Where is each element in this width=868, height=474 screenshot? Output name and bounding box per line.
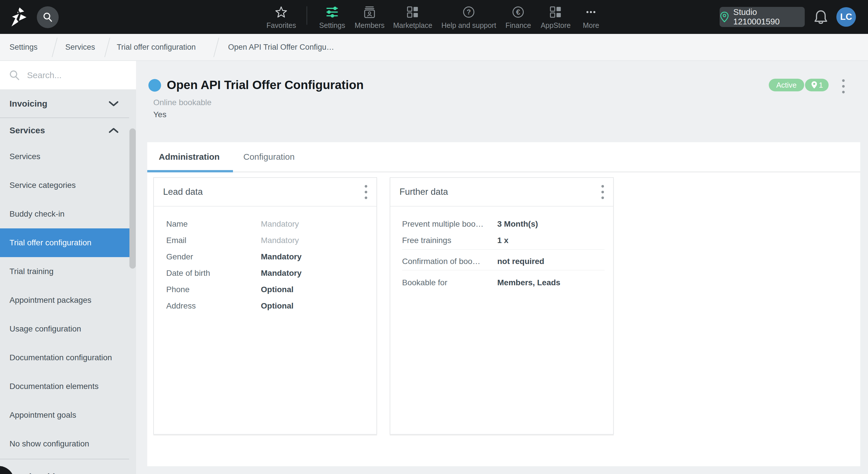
sidebar-item-services[interactable]: Services: [0, 142, 130, 171]
chevron-down-icon: [108, 101, 119, 107]
appstore-grid-icon: [549, 6, 562, 19]
row-divider: [402, 249, 604, 250]
sidebar-section-invoicing[interactable]: Invoicing: [0, 89, 136, 118]
nav-marketplace[interactable]: Marketplace: [393, 5, 432, 30]
grid-icon: [406, 6, 419, 19]
breadcrumb-trial-offer-configuration[interactable]: Trial offer configuration: [117, 34, 196, 60]
further-data-menu-button[interactable]: [601, 185, 604, 199]
notifications-bell-icon[interactable]: [813, 9, 828, 25]
sidebar-search: [0, 61, 136, 89]
service-color-dot: [148, 79, 161, 92]
search-icon: [9, 69, 21, 81]
breadcrumb-separator: [104, 38, 110, 57]
online-bookable-label: Online bookable: [153, 98, 211, 107]
lead-data-card-header: Lead data: [154, 178, 376, 207]
sidebar-search-input[interactable]: [27, 70, 113, 80]
card-title: Lead data: [163, 187, 203, 197]
nav-favorites[interactable]: Favorites: [267, 5, 296, 30]
ellipsis-icon: [585, 6, 597, 19]
status-badge: Active: [769, 79, 804, 91]
tabbar-border: [147, 171, 860, 172]
location-pin-icon: [811, 81, 818, 89]
sidebar: Invoicing Services Services Service cate…: [0, 61, 136, 474]
nav-finance[interactable]: € Finance: [506, 5, 531, 30]
active-tab-indicator: [147, 170, 233, 172]
content-panel: Administration Configuration Lead data N…: [147, 142, 860, 466]
nav-settings[interactable]: Settings: [319, 5, 345, 30]
breadcrumb-settings[interactable]: Settings: [9, 34, 38, 60]
star-icon: [275, 6, 288, 19]
further-data-card-header: Further data: [390, 178, 613, 207]
member-card-icon: [363, 5, 376, 19]
studio-selector-button[interactable]: Studio 1210001590: [720, 7, 805, 27]
online-bookable-value: Yes: [153, 110, 166, 119]
location-count-badge[interactable]: 1: [805, 79, 829, 91]
tab-configuration[interactable]: Configuration: [243, 142, 294, 171]
location-pin-icon: [720, 11, 730, 23]
sidebar-item-documentation-elements[interactable]: Documentation elements: [0, 372, 130, 401]
question-circle-icon: ?: [463, 6, 475, 19]
nav-appstore[interactable]: AppStore: [541, 5, 570, 30]
page-actions-menu-button[interactable]: [842, 79, 845, 93]
brand-logo-icon[interactable]: [8, 6, 30, 28]
sidebar-divider: [0, 117, 129, 118]
tab-administration[interactable]: Administration: [159, 142, 220, 171]
app-root: Favorites Settings Members: [0, 0, 868, 474]
breadcrumb-separator: [52, 38, 58, 57]
sidebar-section-services[interactable]: Services: [0, 118, 136, 142]
euro-circle-icon: €: [512, 6, 525, 19]
user-avatar[interactable]: LC: [836, 7, 856, 27]
svg-text:?: ?: [467, 8, 471, 16]
further-data-card: Further data Prevent multiple boo… 3 Mon…: [390, 177, 614, 435]
breadcrumb-current-page: Open API Trial Offer Configu…: [228, 34, 334, 60]
sidebar-item-no-show-configuration[interactable]: No show configuration: [0, 430, 130, 458]
lead-data-menu-button[interactable]: [365, 185, 367, 199]
nav-members[interactable]: Members: [354, 5, 384, 30]
card-title: Further data: [400, 187, 448, 197]
sidebar-item-service-categories[interactable]: Service categories: [0, 171, 130, 200]
sidebar-section-membership-management[interactable]: Membership management: [0, 465, 136, 474]
breadcrumb: Settings Services Trial offer configurat…: [0, 34, 868, 61]
lead-data-card: Lead data Name Mandatory Email Mandatory…: [153, 177, 377, 435]
search-icon: [42, 11, 54, 23]
sidebar-item-trial-offer-configuration[interactable]: Trial offer configuration: [0, 228, 130, 257]
nav-divider: [307, 6, 307, 25]
global-search-button[interactable]: [37, 6, 59, 28]
sidebar-item-buddy-check-in[interactable]: Buddy check-in: [0, 200, 130, 228]
sidebar-item-trial-training[interactable]: Trial training: [0, 257, 130, 286]
chevron-up-icon: [108, 127, 119, 134]
sidebar-item-documentation-configuration[interactable]: Documentation configuration: [0, 343, 130, 372]
breadcrumb-separator: [213, 38, 219, 57]
nav-more[interactable]: More: [583, 5, 599, 30]
svg-text:€: €: [516, 8, 520, 16]
sidebar-scrollbar-thumb[interactable]: [129, 128, 136, 269]
sidebar-divider: [0, 459, 129, 459]
sidebar-item-usage-configuration[interactable]: Usage configuration: [0, 314, 130, 343]
topbar: Favorites Settings Members: [0, 0, 868, 34]
nav-help-and-support[interactable]: ? Help and support: [441, 5, 496, 30]
row-divider: [402, 270, 604, 270]
sidebar-item-appointment-goals[interactable]: Appointment goals: [0, 401, 130, 430]
page-title: Open API Trial Offer Configuration: [167, 78, 364, 92]
sliders-icon: [326, 5, 339, 19]
sidebar-item-appointment-packages[interactable]: Appointment packages: [0, 286, 130, 314]
breadcrumb-services[interactable]: Services: [65, 34, 95, 60]
